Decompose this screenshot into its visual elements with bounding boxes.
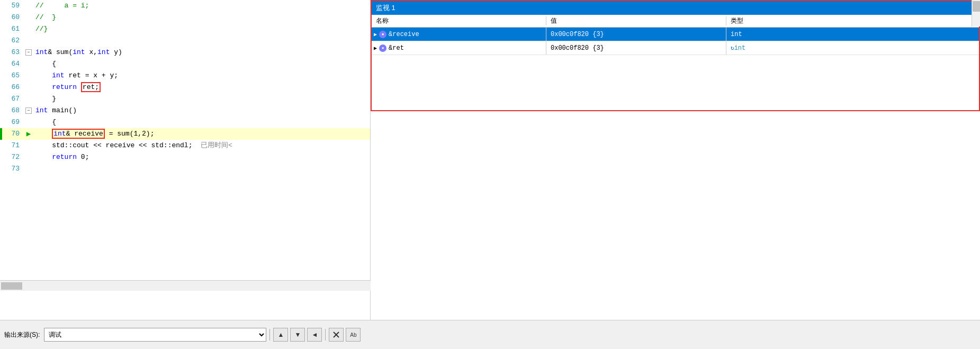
toolbar-btn-left[interactable]: ◄	[307, 328, 322, 342]
code-line-71: 71 std::cout << receive << std::endl; 已用…	[0, 140, 370, 151]
watch-icon-receive: ●	[379, 31, 386, 38]
watch-row-ret[interactable]: ▶ ● &ret 0x00c0f820 {3} ↻ int	[372, 41, 979, 55]
int-receive-redbox: int& receive	[52, 129, 105, 139]
line-num-67: 67	[0, 93, 24, 105]
green-bar-70	[0, 128, 2, 140]
scrollbar-area[interactable]	[972, 0, 980, 26]
line-content-72: return 0;	[33, 151, 370, 163]
horizontal-scrollbar[interactable]	[0, 280, 371, 291]
line-content-60: // }	[33, 12, 370, 23]
watch-cell-type-receive: int	[726, 28, 979, 41]
watch-cell-name-receive: ▶ ● &receive	[372, 28, 546, 41]
line-num-71: 71	[0, 140, 24, 151]
code-line-59: 59 // a = i;	[0, 0, 370, 12]
line-content-59: // a = i;	[33, 0, 370, 12]
elapsed-time: 已用时间<	[201, 141, 232, 149]
watch-panel: 监视 1 名称 值 类型 ▶ ● &receive 0x0	[371, 0, 980, 111]
ret-redbox: ret;	[81, 82, 101, 92]
kw-int-70: int	[53, 130, 66, 138]
expand-arrow-ret[interactable]: ▶	[374, 45, 377, 51]
line-content-68: int main()	[33, 105, 370, 117]
toolbar-btn-up[interactable]: ▲	[273, 328, 288, 342]
clear-icon	[332, 331, 340, 338]
watch-title: 监视 1	[376, 3, 395, 13]
watch-header-type: 类型	[726, 16, 979, 25]
main-container: 59 // a = i; 60 // } 61 //}	[0, 0, 980, 349]
amp-sum: & sum(	[48, 48, 73, 56]
line-num-64: 64	[0, 58, 24, 70]
indicator-63[interactable]: −	[24, 47, 33, 56]
comment-60: // }	[35, 13, 56, 21]
watch-row-receive[interactable]: ▶ ● &receive 0x00c0f820 {3} int	[372, 28, 979, 41]
code-line-65: 65 int ret = x + y;	[0, 70, 370, 82]
collapse-btn-68[interactable]: −	[25, 108, 32, 114]
h-scrollbar-thumb[interactable]	[1, 282, 22, 290]
comment-61: //}	[35, 25, 48, 33]
y-param: y)	[110, 48, 122, 56]
line-content-66: return ret;	[33, 82, 370, 93]
current-line-arrow: ▶	[26, 128, 31, 140]
kw-int-65: int	[52, 71, 64, 79]
line-content-67: }	[33, 93, 370, 105]
watch-type-receive: int	[731, 31, 742, 38]
watch-cell-type-ret: ↻ int	[726, 41, 979, 55]
kw-int-68: int	[35, 106, 48, 114]
source-dropdown[interactable]: 调试	[44, 328, 266, 342]
code-line-63: 63 − int& sum(int x,int y)	[0, 47, 370, 58]
toolbar-btn-wrap[interactable]: Ab	[346, 328, 361, 342]
indicator-68[interactable]: −	[24, 105, 33, 114]
expand-arrow-receive[interactable]: ▶	[374, 31, 377, 38]
line-num-60: 60	[0, 12, 24, 23]
watch-title-bar: 监视 1	[372, 1, 979, 15]
code-line-62: 62	[0, 35, 370, 47]
watch-value-ret: 0x00c0f820 {3}	[551, 44, 604, 52]
watch-table: 名称 值 类型 ▶ ● &receive 0x00c0f820 {3} i	[372, 15, 979, 110]
line-num-73: 73	[0, 163, 24, 175]
line-content-63: int& sum(int x,int y)	[33, 47, 370, 58]
code-line-61: 61 //}	[0, 23, 370, 35]
code-line-66: 66 return ret;	[0, 82, 370, 93]
code-line-72: 72 return 0;	[0, 151, 370, 163]
right-empty-area	[371, 111, 980, 320]
kw-int-ref: int	[35, 48, 48, 56]
line-content-64: {	[33, 58, 370, 70]
watch-name-ret: &ret	[389, 44, 404, 52]
code-line-60: 60 // }	[0, 12, 370, 23]
indicator-70: ▶	[24, 128, 33, 140]
watch-header-value: 值	[546, 16, 726, 25]
x-param: x,	[85, 48, 97, 56]
comment-59: // a = i;	[35, 2, 89, 10]
watch-table-header: 名称 值 类型	[372, 15, 979, 28]
watch-value-receive: 0x00c0f820 {3}	[551, 31, 604, 38]
watch-header-name: 名称	[372, 16, 546, 25]
code-line-64: 64 {	[0, 58, 370, 70]
bottom-toolbar: 输出来源(S): 调试 ▲ ▼ ◄ Ab	[0, 320, 980, 349]
watch-cell-value-receive: 0x00c0f820 {3}	[546, 28, 726, 41]
watch-name-receive: &receive	[389, 31, 419, 38]
line-content-71: std::cout << receive << std::endl; 已用时间<	[33, 140, 370, 151]
line-num-70: 70	[0, 128, 24, 140]
watch-icon-ret: ●	[379, 44, 386, 52]
scrollbar-thumb[interactable]	[973, 1, 980, 12]
code-lines: 59 // a = i; 60 // } 61 //}	[0, 0, 370, 175]
line-num-63: 63	[0, 47, 24, 58]
code-line-69: 69 {	[0, 117, 370, 128]
line-content-61: //}	[33, 23, 370, 35]
code-line-73: 73	[0, 163, 370, 175]
kw-return-72: return	[52, 153, 77, 161]
toolbar-btn-down[interactable]: ▼	[290, 328, 305, 342]
toolbar-btn-clear[interactable]	[329, 328, 344, 342]
code-line-70: 70 ▶ int& receive = sum(1,2);	[0, 128, 370, 140]
code-line-67: 67 }	[0, 93, 370, 105]
collapse-btn-63[interactable]: −	[25, 49, 32, 56]
kw-int-x: int	[73, 48, 85, 56]
code-line-68: 68 − int main()	[0, 105, 370, 117]
line-content-65: int ret = x + y;	[33, 70, 370, 82]
line-num-68: 68	[0, 105, 24, 117]
watch-type-ret: int	[734, 44, 746, 52]
refresh-icon-ret: ↻	[731, 44, 734, 51]
line-num-61: 61	[0, 23, 24, 35]
toolbar-sep-2	[325, 329, 326, 341]
watch-cell-name-ret: ▶ ● &ret	[372, 41, 546, 55]
line-content-70: int& receive = sum(1,2);	[33, 128, 370, 140]
